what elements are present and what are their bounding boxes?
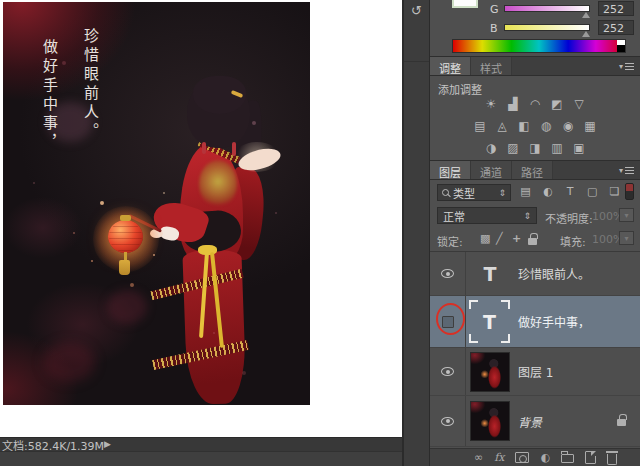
visibility-toggle[interactable]	[430, 348, 466, 395]
layer-row-background[interactable]: 背景	[430, 396, 640, 447]
panel-dock-strip: ↺	[402, 0, 430, 466]
visibility-toggle[interactable]	[430, 296, 466, 347]
layer-name[interactable]: 背景	[518, 413, 542, 430]
panel-column: G 252 B 252 调整 样式 ▾	[430, 0, 640, 466]
green-value-field[interactable]: 252	[598, 1, 634, 16]
image-layer-thumbnail[interactable]	[470, 352, 510, 392]
lock-image-pixels-icon[interactable]: ╱	[496, 232, 503, 245]
hue-saturation-icon[interactable]: ▤	[473, 119, 488, 133]
window-bottom-strip	[0, 451, 402, 466]
canvas[interactable]: 珍惜眼前人。 做好手中事，	[3, 2, 310, 405]
tab-layers[interactable]: 图层	[430, 161, 471, 179]
threshold-icon[interactable]: ◨	[528, 141, 543, 155]
green-slider-thumb[interactable]	[582, 12, 590, 18]
artwork-sparkles	[3, 2, 5, 4]
fill-dropdown-button[interactable]: ▾	[619, 231, 634, 245]
layer-row-text-1[interactable]: T 珍惜眼前人。	[430, 252, 640, 296]
brightness-contrast-icon[interactable]: ☀	[484, 97, 499, 111]
add-layer-mask-button[interactable]	[515, 452, 529, 463]
black-white-icon[interactable]: ◧	[517, 119, 532, 133]
layer-name[interactable]: 珍惜眼前人。	[518, 265, 590, 282]
adjustments-panel-menu[interactable]: ▾	[619, 62, 634, 71]
selection-corner	[501, 334, 510, 343]
opacity-value[interactable]: 100%	[592, 207, 622, 223]
filter-smart-objects-button[interactable]: ❏	[607, 184, 622, 200]
color-lookup-icon[interactable]: ▦	[583, 119, 598, 133]
lock-label: 锁定:	[437, 233, 463, 249]
filter-pixel-layers-button[interactable]: ▤	[518, 184, 533, 200]
fill-value[interactable]: 100%	[592, 230, 622, 246]
adjustments-panel: 调整 样式 ▾ 添加调整 ☀ ▟ ◠ ◩ ▽ ▤ ◬ ◧ ◍ ◉	[430, 57, 640, 161]
posterize-icon[interactable]: ▨	[506, 141, 521, 155]
filter-type-layers-button[interactable]: T	[563, 184, 578, 200]
new-group-button[interactable]	[561, 454, 574, 463]
add-adjustment-label: 添加调整	[438, 81, 482, 97]
text-layer-thumbnail-selected[interactable]: T	[469, 300, 510, 343]
visibility-toggle[interactable]	[430, 396, 466, 446]
lock-all-icon[interactable]	[528, 238, 537, 245]
filter-adjustment-layers-button[interactable]: ◐	[540, 184, 555, 200]
canvas-text-right: 珍惜眼前人。	[82, 28, 97, 153]
new-adjustment-layer-button[interactable]: ◐	[540, 452, 550, 463]
channel-mixer-icon[interactable]: ◉	[561, 119, 576, 133]
layer-name[interactable]: 做好手中事，	[518, 313, 590, 330]
filter-type-dropdown[interactable]: 类型 ⇕	[437, 184, 511, 201]
delete-layer-button[interactable]	[607, 454, 617, 465]
gradient-map-icon[interactable]: ▥	[550, 141, 565, 155]
levels-icon[interactable]: ▟	[506, 97, 521, 111]
visibility-empty-checkbox[interactable]	[442, 316, 454, 328]
new-layer-button[interactable]	[585, 451, 596, 464]
tab-channels[interactable]: 通道	[471, 161, 512, 179]
opacity-dropdown-button[interactable]: ▾	[619, 208, 634, 222]
image-layer-thumbnail[interactable]	[470, 401, 510, 441]
tab-styles[interactable]: 样式	[471, 57, 512, 75]
layer-row-image-1[interactable]: 图层 1	[430, 348, 640, 396]
link-layers-button[interactable]: ∞	[474, 452, 483, 463]
layers-panel-menu[interactable]: ▾	[619, 166, 634, 175]
history-panel-icon[interactable]: ↺	[409, 4, 425, 20]
status-expand-arrow[interactable]: ▶	[104, 439, 111, 449]
selection-corner	[469, 300, 478, 309]
lock-position-icon[interactable]: +	[512, 232, 521, 245]
color-balance-icon[interactable]: ◬	[495, 119, 510, 133]
artwork-peony-pattern	[199, 160, 237, 208]
vibrance-icon[interactable]: ▽	[572, 97, 587, 111]
blend-mode-dropdown[interactable]: 正常 ⇕	[437, 207, 537, 224]
search-icon	[442, 189, 449, 196]
photo-filter-icon[interactable]: ◍	[539, 119, 554, 133]
selective-color-icon[interactable]: ▣	[572, 141, 587, 155]
curves-icon[interactable]: ◠	[528, 97, 543, 111]
canvas-text-left: 做好手中事，	[41, 39, 56, 153]
artwork-bokeh	[107, 290, 147, 324]
black-swatch[interactable]	[617, 45, 625, 52]
filter-shape-layers-button[interactable]: ▢	[585, 184, 600, 200]
layer-row-text-2-selected[interactable]: T 做好手中事，	[430, 296, 640, 348]
green-channel-label: G	[490, 3, 499, 16]
text-layer-thumbnail[interactable]: T	[470, 263, 510, 285]
visibility-toggle[interactable]	[430, 252, 466, 295]
lock-transparent-pixels-icon[interactable]: ▩	[480, 232, 490, 245]
blue-slider[interactable]	[504, 24, 590, 31]
exposure-icon[interactable]: ◩	[550, 97, 565, 111]
layer-style-button[interactable]: fx	[494, 452, 504, 463]
document-background: 珍惜眼前人。 做好手中事， 文档:582.4K/1.39M ▶	[0, 0, 402, 437]
color-spectrum-ramp[interactable]	[452, 39, 626, 53]
blend-mode-row: 正常 ⇕ 不透明度: 100% ▾	[430, 205, 640, 228]
lock-row: 锁定: ▩ ╱ + 填充: 100% ▾	[430, 228, 640, 251]
lock-icon	[617, 419, 626, 426]
layer-name[interactable]: 图层 1	[518, 363, 553, 380]
collapsed-panel-well: ↺	[404, 0, 429, 62]
blue-slider-thumb[interactable]	[582, 31, 590, 37]
green-slider[interactable]	[504, 5, 590, 12]
tab-adjustments[interactable]: 调整	[430, 57, 471, 75]
dropdown-arrow-icon: ▾	[619, 62, 623, 71]
eye-icon	[441, 367, 454, 376]
invert-icon[interactable]: ◑	[484, 141, 499, 155]
menu-lines-icon	[625, 63, 634, 70]
filter-type-label: 类型	[453, 185, 475, 201]
blue-value-field[interactable]: 252	[598, 20, 634, 35]
layer-filter-toggle[interactable]	[625, 183, 634, 200]
layer-list: T 珍惜眼前人。 T 做好手中事，	[430, 251, 640, 448]
tab-paths[interactable]: 路径	[512, 161, 553, 179]
layer-filter-row: 类型 ⇕ ▤ ◐ T ▢ ❏	[430, 181, 640, 204]
